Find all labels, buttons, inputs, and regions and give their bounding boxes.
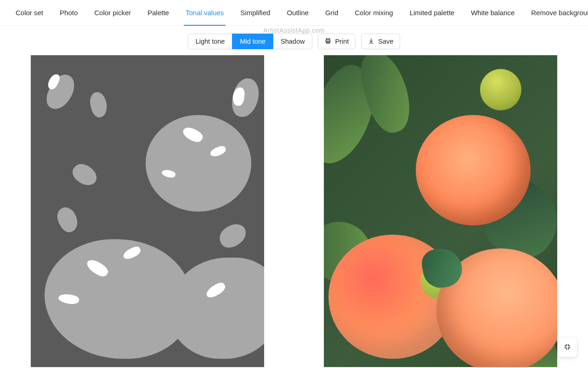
tonal-value-panel[interactable] (31, 55, 264, 367)
printer-icon (325, 38, 331, 46)
toolbar: Light tone Mid tone Shadow Print Save (0, 28, 588, 55)
tab-color-picker[interactable]: Color picker (86, 0, 139, 26)
tab-color-mixing[interactable]: Color mixing (346, 0, 401, 26)
original-photo-panel[interactable] (324, 55, 557, 367)
tab-color-set[interactable]: Color set (7, 0, 51, 26)
tab-palette[interactable]: Palette (139, 0, 177, 26)
tab-photo[interactable]: Photo (51, 0, 86, 26)
tab-simplified[interactable]: Simplified (232, 0, 278, 26)
photo-canvas (324, 55, 557, 367)
save-label: Save (378, 38, 393, 45)
content-area (0, 55, 588, 367)
tone-segment-group: Light tone Mid tone Shadow (188, 34, 313, 49)
print-label: Print (335, 38, 349, 45)
print-button[interactable]: Print (318, 34, 356, 49)
tab-grid[interactable]: Grid (317, 0, 346, 26)
save-button[interactable]: Save (361, 34, 400, 49)
tonal-canvas (31, 55, 264, 367)
fullscreen-exit-button[interactable] (558, 338, 577, 357)
main-tabs: Color set Photo Color picker Palette Ton… (0, 0, 588, 26)
tab-white-balance[interactable]: White balance (463, 0, 523, 26)
tone-shadow-button[interactable]: Shadow (273, 34, 312, 49)
tab-remove-background[interactable]: Remove background (523, 0, 588, 26)
tone-light-button[interactable]: Light tone (188, 34, 233, 49)
fullscreen-exit-icon (564, 343, 571, 352)
tab-tonal-values[interactable]: Tonal values (177, 0, 232, 26)
tone-mid-button[interactable]: Mid tone (232, 34, 273, 49)
download-icon (368, 38, 374, 46)
tab-limited-palette[interactable]: Limited palette (401, 0, 463, 26)
tab-outline[interactable]: Outline (278, 0, 317, 26)
